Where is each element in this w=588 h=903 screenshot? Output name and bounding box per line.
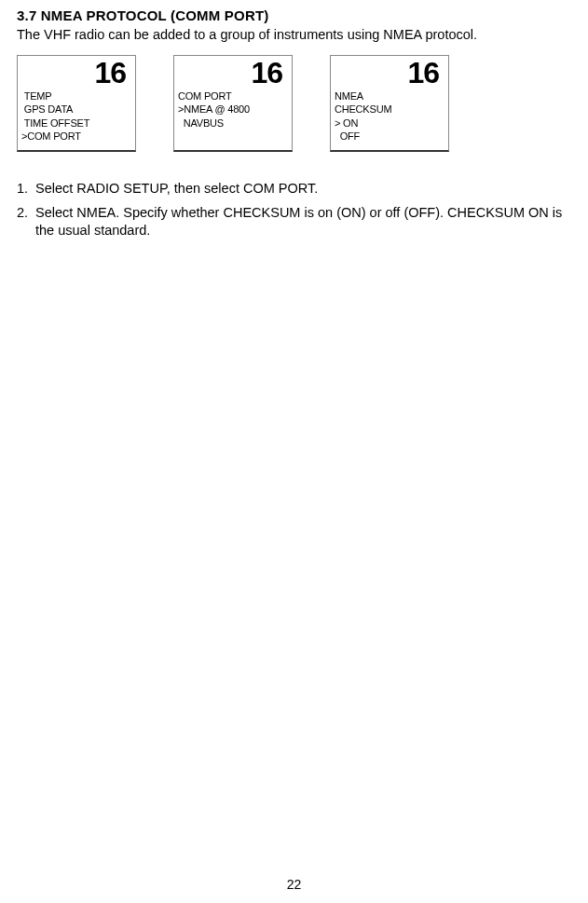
intro-text: The VHF radio can be added to a group of… bbox=[17, 27, 571, 42]
screen-line: TIME OFFSET bbox=[21, 116, 131, 130]
screen-lines: TEMP GPS DATA TIME OFFSET >COM PORT bbox=[21, 89, 131, 143]
channel-display: 16 bbox=[21, 58, 131, 88]
page-number: 22 bbox=[0, 877, 588, 892]
step-1: 1. Select RADIO SETUP, then select COM P… bbox=[17, 180, 571, 198]
screen-line: COM PORT bbox=[178, 89, 288, 103]
screen-row: 16 TEMP GPS DATA TIME OFFSET >COM PORT 1… bbox=[17, 55, 571, 152]
screen-2: 16 COM PORT >NMEA @ 4800 NAVBUS bbox=[173, 55, 293, 152]
step-number: 2. bbox=[17, 204, 28, 223]
screen-1: 16 TEMP GPS DATA TIME OFFSET >COM PORT bbox=[17, 55, 136, 152]
steps-list: 1. Select RADIO SETUP, then select COM P… bbox=[17, 180, 571, 240]
section-heading: 3.7 NMEA PROTOCOL (COMM PORT) bbox=[17, 7, 571, 23]
screen-lines: NMEA CHECKSUM > ON OFF bbox=[335, 89, 444, 143]
step-text: Select NMEA. Specify whether CHECKSUM is… bbox=[35, 205, 562, 239]
screen-line: TEMP bbox=[21, 89, 131, 103]
screen-line: GPS DATA bbox=[21, 103, 131, 116]
step-number: 1. bbox=[17, 180, 28, 198]
screen-line: > ON bbox=[335, 116, 444, 130]
screen-line: >COM PORT bbox=[21, 130, 131, 143]
screen-line: NMEA bbox=[335, 89, 444, 103]
screen-lines: COM PORT >NMEA @ 4800 NAVBUS bbox=[178, 89, 288, 130]
screen-line: NAVBUS bbox=[178, 116, 288, 130]
screen-line: OFF bbox=[335, 130, 444, 143]
screen-line: CHECKSUM bbox=[335, 103, 444, 116]
step-text: Select RADIO SETUP, then select COM PORT… bbox=[35, 181, 318, 196]
channel-display: 16 bbox=[335, 58, 444, 88]
channel-display: 16 bbox=[178, 58, 288, 88]
step-2: 2. Select NMEA. Specify whether CHECKSUM… bbox=[17, 204, 571, 240]
screen-line: >NMEA @ 4800 bbox=[178, 103, 288, 116]
screen-3: 16 NMEA CHECKSUM > ON OFF bbox=[330, 55, 449, 152]
